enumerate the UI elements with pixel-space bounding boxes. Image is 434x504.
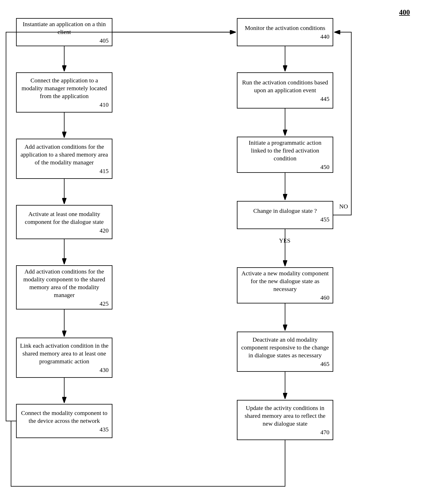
box-415: Add activation conditions for the applic… [16,139,113,179]
box-460-label: Activate a new modality component for th… [241,269,330,293]
box-455: Change in dialogue state ? 455 [237,201,333,229]
box-430: Link each activation condition in the sh… [16,338,113,378]
figure-number: 400 [399,8,410,17]
box-465-label: Deactivate an old modality component res… [241,336,330,359]
no-label: NO [339,203,348,210]
box-420-number: 420 [100,226,109,234]
box-435: Connect the modality component to the de… [16,404,113,438]
box-465-number: 465 [320,360,330,368]
box-425: Add activation conditions for the modali… [16,265,113,309]
box-460-number: 460 [320,294,330,301]
box-460: Activate a new modality component for th… [237,267,333,303]
box-430-number: 430 [100,366,109,374]
box-415-number: 415 [100,167,109,175]
box-410: Connect the application to a modality ma… [16,72,113,113]
box-470-number: 470 [320,428,330,436]
box-440-label: Monitor the activation conditions [245,24,325,32]
box-435-label: Connect the modality component to the de… [20,409,109,425]
box-420: Activate at least one modality component… [16,205,113,239]
box-415-label: Add activation conditions for the applic… [20,143,109,166]
box-470-label: Update the activity conditions in shared… [241,404,330,427]
box-470: Update the activity conditions in shared… [237,400,333,440]
box-465: Deactivate an old modality component res… [237,332,333,372]
box-440-number: 440 [320,33,330,40]
box-440: Monitor the activation conditions 440 [237,18,333,46]
box-430-label: Link each activation condition in the sh… [20,342,109,365]
box-445-number: 445 [320,95,330,103]
box-405-label: Instantiate an application on a thin cli… [20,20,109,36]
box-425-label: Add activation conditions for the modali… [20,268,109,299]
box-455-number: 455 [320,216,330,223]
box-450-number: 450 [320,163,330,171]
box-455-label: Change in dialogue state ? [253,207,317,215]
box-445-label: Run the activation conditions based upon… [241,78,330,94]
box-410-label: Connect the application to a modality ma… [20,76,109,100]
box-450-label: Initiate a programmatic action linked to… [241,139,330,162]
box-405: Instantiate an application on a thin cli… [16,18,113,46]
diagram-container: 400 Instantiate an application on a thin… [0,0,434,504]
box-410-number: 410 [100,101,109,108]
box-435-number: 435 [100,425,109,433]
box-450: Initiate a programmatic action linked to… [237,137,333,173]
box-420-label: Activate at least one modality component… [20,210,109,226]
box-405-number: 405 [100,36,109,45]
box-425-number: 425 [100,300,109,307]
box-445: Run the activation conditions based upon… [237,72,333,108]
yes-label: YES [279,237,290,244]
